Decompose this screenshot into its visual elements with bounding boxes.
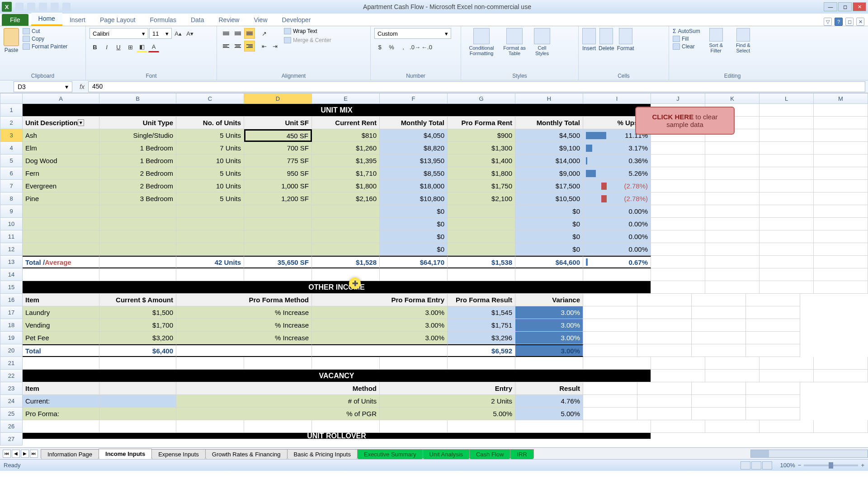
maximize-button[interactable]: ◻ [838, 2, 852, 11]
horizontal-scrollbar[interactable] [750, 450, 868, 458]
row-header-1[interactable]: 1 [0, 104, 23, 117]
qat-redo-icon[interactable] [39, 3, 47, 11]
delete-button[interactable]: Delete [599, 28, 614, 52]
qat-btn[interactable] [51, 3, 59, 11]
tab-home[interactable]: Home [31, 13, 62, 26]
bold-button[interactable]: B [90, 42, 100, 52]
format-as-table-button[interactable]: Format as Table [501, 28, 528, 56]
sheet-tab[interactable]: Unit Analysis [423, 449, 470, 459]
close-button[interactable]: ✕ [853, 2, 866, 11]
find-select-button[interactable]: Find & Select [732, 28, 755, 53]
row-header-2[interactable]: 2 [0, 117, 23, 129]
col-header-L[interactable]: L [760, 93, 814, 104]
page-layout-view-button[interactable] [751, 461, 761, 469]
row-header-26[interactable]: 26 [0, 420, 23, 433]
file-tab[interactable]: File [2, 14, 28, 26]
fx-icon[interactable]: fx [80, 83, 85, 90]
minimize-ribbon-icon[interactable]: ▽ [824, 18, 832, 26]
wrap-text-button[interactable]: Wrap Text [284, 28, 331, 34]
cell[interactable]: 950 SF [244, 167, 312, 180]
italic-button[interactable]: I [101, 42, 112, 52]
col-header-B[interactable]: B [99, 93, 176, 104]
first-sheet-button[interactable]: ⏮ [3, 450, 11, 458]
row-header-12[interactable]: 12 [0, 243, 23, 256]
insert-button[interactable]: Insert [582, 28, 596, 52]
tab-insert[interactable]: Insert [62, 14, 93, 26]
font-name-select[interactable]: Calibri▾ [90, 28, 148, 39]
font-size-select[interactable]: 11▾ [149, 28, 172, 39]
row-header-11[interactable]: 11 [0, 230, 23, 243]
cell[interactable]: 1,200 SF [244, 192, 312, 205]
minimize-button[interactable]: — [824, 2, 837, 11]
row-header-10[interactable]: 10 [0, 218, 23, 230]
qat-save-icon[interactable] [15, 3, 24, 11]
border-button[interactable]: ⊞ [125, 42, 136, 52]
cell[interactable]: 1,000 SF [244, 180, 312, 192]
row-header-19[interactable]: 19 [0, 332, 23, 344]
tab-review[interactable]: Review [212, 14, 247, 26]
fill-color-button[interactable]: ◧ [137, 42, 147, 52]
underline-button[interactable]: U [113, 42, 124, 52]
tab-developer[interactable]: Developer [275, 14, 318, 26]
conditional-formatting-button[interactable]: Conditional Formatting [465, 28, 498, 56]
paste-button[interactable]: Paste [4, 28, 19, 53]
fill-button[interactable]: Fill [673, 36, 700, 42]
row-header-7[interactable]: 7 [0, 180, 23, 192]
row-header-18[interactable]: 18 [0, 319, 23, 332]
row-header-20[interactable]: 20 [0, 344, 23, 357]
increase-decimal-button[interactable]: .0→ [410, 42, 420, 52]
col-header-I[interactable]: I [583, 93, 651, 104]
format-button[interactable]: Format [617, 28, 634, 52]
row-header-27[interactable]: 27 [0, 433, 23, 446]
page-break-view-button[interactable] [762, 461, 772, 469]
tab-data[interactable]: Data [184, 14, 212, 26]
col-header-D[interactable]: D [244, 93, 312, 104]
align-left-button[interactable] [221, 41, 231, 52]
align-center-button[interactable] [232, 41, 243, 52]
col-header-H[interactable]: H [515, 93, 583, 104]
qat-btn[interactable] [62, 3, 71, 11]
name-box[interactable]: D3▾ [14, 81, 72, 92]
sheet-tab[interactable]: Income Inputs [99, 449, 152, 459]
zoom-out-button[interactable]: − [798, 462, 802, 469]
row-header-23[interactable]: 23 [0, 382, 23, 395]
grow-font-button[interactable]: A▴ [173, 28, 184, 39]
prev-sheet-button[interactable]: ◀ [12, 450, 20, 458]
font-color-button[interactable]: A [148, 42, 159, 52]
row-header-24[interactable]: 24 [0, 395, 23, 408]
normal-view-button[interactable] [741, 461, 750, 469]
clear-sample-data-button[interactable]: CLICK HERE to clear sample data [635, 107, 735, 135]
cells-area[interactable]: UNIT MIXUnit Description ▾Unit TypeNo. o… [23, 104, 868, 446]
merge-center-button[interactable]: Merge & Center [284, 37, 331, 43]
row-header-4[interactable]: 4 [0, 142, 23, 155]
tab-page-layout[interactable]: Page Layout [93, 14, 143, 26]
window-restore-icon[interactable]: ◻ [845, 18, 854, 26]
cell[interactable]: 700 SF [244, 142, 312, 155]
sort-filter-button[interactable]: Sort & Filter [705, 28, 727, 53]
shrink-font-button[interactable]: A▾ [184, 28, 195, 39]
clear-button[interactable]: Clear [673, 43, 700, 50]
increase-indent-button[interactable]: ⇥ [269, 41, 280, 52]
orientation-button[interactable]: ↗ [259, 28, 269, 39]
align-bottom-button[interactable] [244, 28, 255, 39]
row-header-22[interactable]: 22 [0, 370, 23, 382]
col-header-A[interactable]: A [23, 93, 99, 104]
row-header-13[interactable]: 13 [0, 256, 23, 268]
row-header-17[interactable]: 17 [0, 306, 23, 319]
row-header-16[interactable]: 16 [0, 294, 23, 306]
sheet-tab[interactable]: IRR [510, 449, 533, 459]
sheet-tab[interactable]: Information Page [41, 449, 99, 459]
decrease-decimal-button[interactable]: ←.0 [421, 42, 432, 52]
format-painter-button[interactable]: Format Painter [23, 43, 67, 50]
col-header-E[interactable]: E [312, 93, 380, 104]
active-cell[interactable]: 450 SF [244, 129, 312, 142]
row-header-5[interactable]: 5 [0, 155, 23, 167]
window-close-icon[interactable]: ✕ [856, 18, 864, 26]
row-header-3[interactable]: 3 [0, 129, 23, 142]
zoom-slider[interactable] [804, 465, 858, 466]
row-header-6[interactable]: 6 [0, 167, 23, 180]
row-header-15[interactable]: 15 [0, 281, 23, 294]
copy-button[interactable]: Copy [23, 36, 67, 42]
formula-input[interactable]: 450 [88, 81, 865, 92]
col-header-J[interactable]: J [651, 93, 705, 104]
